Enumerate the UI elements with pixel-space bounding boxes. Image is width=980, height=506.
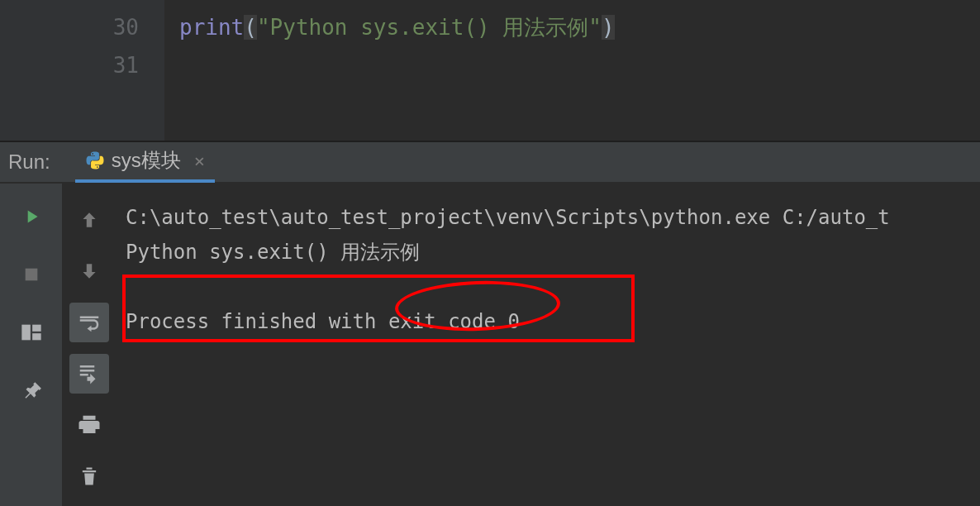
print-button[interactable] (69, 405, 109, 445)
code-line[interactable]: print("Python sys.exit() 用法示例") (164, 8, 980, 46)
down-arrow-button[interactable] (69, 251, 109, 291)
layout-button[interactable] (15, 316, 48, 349)
run-toolbar-mid (62, 184, 116, 506)
code-token-paren: ) (602, 15, 615, 40)
svg-rect-3 (32, 333, 40, 340)
python-icon (85, 150, 105, 170)
line-number: 30 (0, 8, 139, 46)
close-icon[interactable]: × (194, 150, 205, 171)
soft-wrap-button[interactable] (69, 303, 109, 342)
svg-rect-2 (32, 325, 40, 332)
code-token-string: "Python sys.exit() 用法示例" (257, 15, 602, 40)
up-arrow-button[interactable] (69, 200, 109, 240)
gutter: 30 31 (0, 0, 164, 141)
console-line-exit: Process finished with exit code 0 (126, 304, 970, 339)
pin-button[interactable] (15, 374, 48, 407)
tab-label: sys模块 (112, 147, 181, 174)
run-tab[interactable]: sys模块 × (75, 141, 215, 183)
console-output[interactable]: C:\auto_test\auto_test_project\venv\Scri… (116, 184, 980, 506)
trash-button[interactable] (69, 456, 109, 496)
code-token-func: print (179, 15, 244, 40)
run-panel: Run: sys模块 × (0, 141, 980, 506)
code-editor[interactable]: print("Python sys.exit() 用法示例") (164, 0, 980, 141)
run-header: Run: sys模块 × (0, 142, 980, 184)
console-line: Python sys.exit() 用法示例 (126, 235, 970, 270)
console-blank (126, 270, 970, 304)
console-line: C:\auto_test\auto_test_project\venv\Scri… (126, 200, 970, 235)
svg-rect-0 (25, 269, 37, 281)
code-token-paren: ( (244, 15, 257, 40)
editor-area: 30 31 print("Python sys.exit() 用法示例") (0, 0, 980, 141)
scroll-to-end-button[interactable] (69, 354, 109, 394)
run-label: Run: (0, 150, 75, 174)
svg-rect-1 (21, 325, 30, 341)
line-number: 31 (0, 46, 139, 84)
run-body: C:\auto_test\auto_test_project\venv\Scri… (0, 184, 980, 506)
rerun-button[interactable] (15, 200, 48, 233)
stop-button[interactable] (15, 258, 48, 291)
run-toolbar-left (0, 184, 62, 506)
